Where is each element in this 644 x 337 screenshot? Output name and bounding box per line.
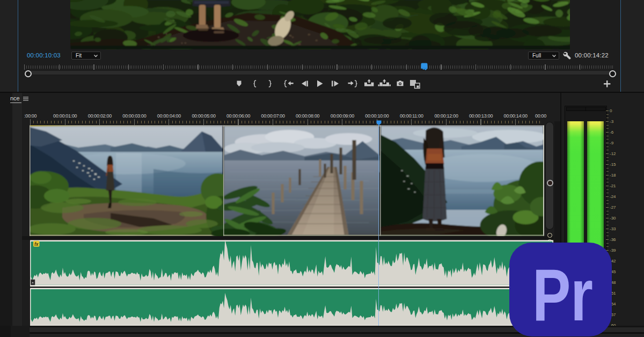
svg-text:Pr: Pr: [532, 253, 593, 335]
svg-text:fx: fx: [34, 241, 39, 247]
